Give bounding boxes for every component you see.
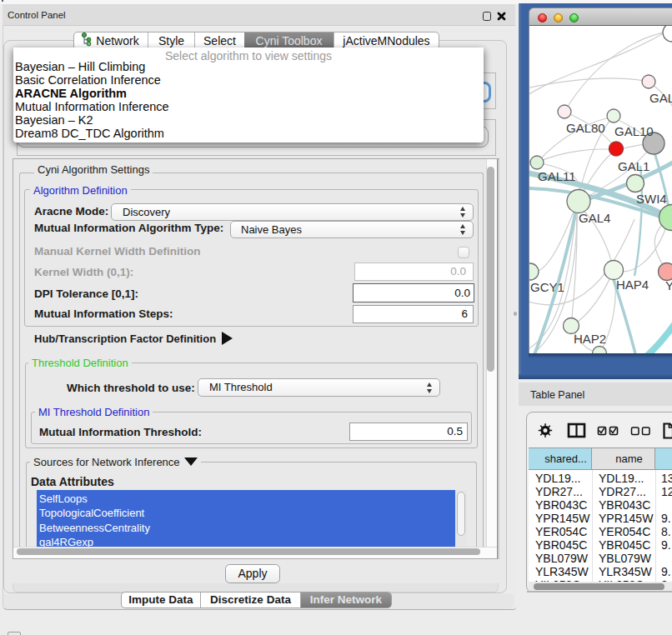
svg-text:GAL10: GAL10 [614, 124, 654, 138]
svg-text:SWI4: SWI4 [636, 192, 667, 206]
svg-text:HAP4: HAP4 [616, 278, 649, 292]
svg-text:GAL11: GAL11 [538, 169, 576, 183]
svg-text:GAL80: GAL80 [566, 121, 605, 135]
svg-text:Y: Y [665, 278, 672, 292]
svg-text:GAL4: GAL4 [579, 211, 610, 225]
svg-text:GAL: GAL [649, 91, 672, 105]
svg-text:HAP2: HAP2 [574, 332, 606, 346]
svg-text:GAL1: GAL1 [618, 159, 649, 173]
svg-text:GCY1: GCY1 [530, 280, 564, 294]
